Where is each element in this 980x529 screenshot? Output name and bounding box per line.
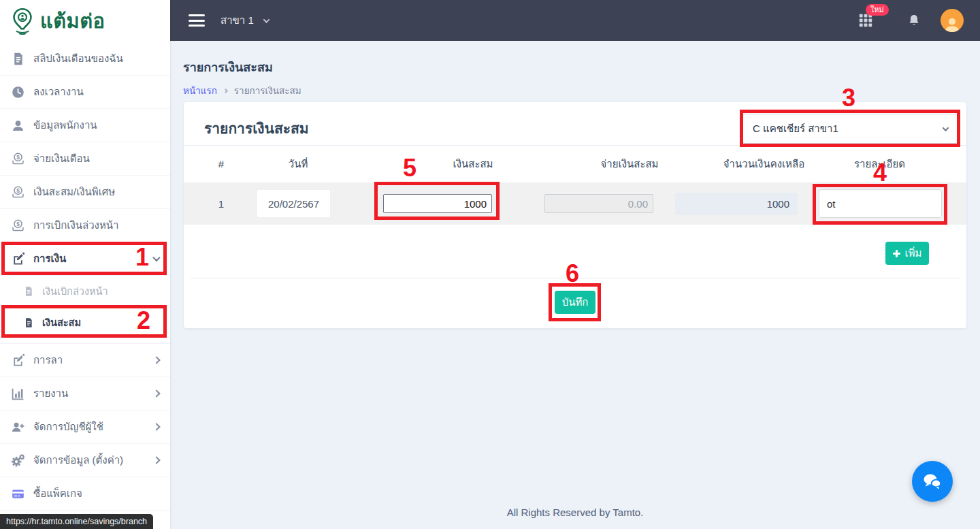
sidebar-item-label: การลา bbox=[33, 352, 63, 368]
pay-amount-input bbox=[544, 194, 653, 213]
chevron-right-icon bbox=[152, 423, 160, 430]
sidebar-nav: สลิปเงินเดือนของฉัน ลงเวลางาน ข้อมูลพนัก… bbox=[0, 42, 170, 511]
breadcrumb: หน้าแรก รายการเงินสะสม bbox=[183, 83, 301, 98]
date-input[interactable] bbox=[257, 190, 330, 217]
footer-copyright: All Rights Reserved by Tamto. bbox=[170, 507, 980, 518]
user-icon bbox=[11, 118, 25, 133]
sidebar-item-label: จ่ายเงินเดือน bbox=[33, 150, 90, 167]
col-header-balance: จำนวนเงินคงเหลือ bbox=[698, 145, 830, 182]
page-header: รายการเงินสะสม หน้าแรก รายการเงินสะสม bbox=[183, 57, 301, 98]
chevron-down-icon bbox=[943, 125, 949, 131]
chat-bubbles-icon bbox=[921, 470, 944, 492]
save-button-label: บันทึก bbox=[562, 294, 589, 310]
sidebar-item-label: เงินสะสม bbox=[42, 315, 81, 330]
app-screen: แต้มต่อ สลิปเงินเดือนของฉัน ลงเวลางาน ข้… bbox=[0, 0, 980, 529]
new-badge: ใหม่ bbox=[866, 4, 889, 16]
sidebar-item-label: เงินเบิกล่วงหน้า bbox=[42, 283, 108, 299]
page-title: รายการเงินสะสม bbox=[183, 57, 301, 77]
sidebar-item-buy-package[interactable]: ซื้อแพ็คเกจ bbox=[0, 477, 170, 511]
chevron-right-icon bbox=[152, 356, 160, 364]
coin-icon bbox=[11, 185, 25, 199]
employee-select[interactable]: C แคชเชียร์ สาขา1 bbox=[741, 114, 960, 144]
sidebar-item-leave[interactable]: การลา bbox=[0, 344, 170, 377]
main-content: รายการเงินสะสม หน้าแรก รายการเงินสะสม รา… bbox=[170, 41, 980, 529]
branch-selector[interactable]: สาขา 1 bbox=[220, 0, 269, 41]
sidebar-item-payroll[interactable]: จ่ายเงินเดือน bbox=[0, 142, 170, 176]
table-row: 1 1000 bbox=[184, 182, 966, 225]
chevron-right-icon bbox=[152, 456, 160, 464]
sidebar-item-label: สลิปเงินเดือนของฉัน bbox=[33, 50, 123, 67]
file-icon bbox=[23, 286, 34, 297]
employee-select-value: C แคชเชียร์ สาขา1 bbox=[753, 121, 838, 137]
sidebar-item-settings[interactable]: จัดการข้อมูล (ตั้งค่า) bbox=[0, 444, 170, 477]
sidebar-item-label: ข้อมูลพนักงาน bbox=[33, 117, 97, 133]
sidebar-item-reports[interactable]: รายงาน bbox=[0, 377, 170, 411]
breadcrumb-home-link[interactable]: หน้าแรก bbox=[183, 83, 217, 98]
avatar-person-icon bbox=[943, 16, 961, 32]
col-header-index: # bbox=[211, 145, 231, 182]
balance-cell: 1000 bbox=[675, 193, 798, 215]
sidebar-item-label: จัดการข้อมูล (ตั้งค่า) bbox=[33, 452, 123, 468]
sidebar-subitem-savings[interactable]: เงินสะสม bbox=[0, 307, 170, 338]
sidebar-item-user-accounts[interactable]: จัดการบัญชีผู้ใช้ bbox=[0, 411, 170, 444]
col-header-date: วันที่ bbox=[257, 145, 339, 182]
add-button[interactable]: เพิ่ม bbox=[885, 242, 929, 265]
savings-amount-input[interactable] bbox=[383, 194, 492, 213]
row-index: 1 bbox=[211, 182, 231, 225]
sidebar-item-label: ลงเวลางาน bbox=[33, 84, 84, 100]
sidebar-item-label: จัดการบัญชีผู้ใช้ bbox=[33, 419, 103, 435]
file-icon bbox=[11, 52, 25, 66]
chevron-right-icon bbox=[223, 88, 228, 93]
plus-icon bbox=[893, 250, 900, 257]
credit-card-icon bbox=[11, 487, 25, 501]
user-avatar[interactable] bbox=[941, 9, 964, 32]
divider bbox=[191, 278, 960, 278]
gear-icon bbox=[11, 453, 25, 468]
breadcrumb-current: รายการเงินสะสม bbox=[234, 83, 301, 98]
brand-name: แต้มต่อ bbox=[40, 5, 105, 37]
col-header-savings: เงินสะสม bbox=[408, 145, 538, 182]
edit-icon bbox=[11, 252, 25, 266]
menu-toggle-icon[interactable] bbox=[189, 14, 205, 27]
notifications-bell-icon[interactable] bbox=[907, 13, 921, 28]
sidebar-item-advance-withdrawal[interactable]: การเบิกเงินล่วงหน้า bbox=[0, 209, 170, 242]
sidebar-item-label: การเบิกเงินล่วงหน้า bbox=[33, 217, 119, 234]
topbar: สาขา 1 ใหม่ bbox=[170, 0, 980, 41]
clock-icon bbox=[11, 85, 25, 99]
sidebar-item-my-payslip[interactable]: สลิปเงินเดือนของฉัน bbox=[0, 42, 170, 76]
chevron-right-icon bbox=[152, 389, 160, 397]
brand-logo[interactable]: แต้มต่อ bbox=[0, 0, 170, 42]
detail-input[interactable] bbox=[819, 189, 942, 218]
save-button[interactable]: บันทึก bbox=[555, 291, 595, 314]
edit-icon bbox=[11, 353, 25, 368]
sidebar-item-label: ซื้อแพ็คเกจ bbox=[33, 485, 82, 502]
sidebar: แต้มต่อ สลิปเงินเดือนของฉัน ลงเวลางาน ข้… bbox=[0, 0, 170, 529]
coin-icon bbox=[11, 219, 25, 233]
col-header-pay: จ่ายเงินสะสม bbox=[565, 145, 694, 182]
card-title: รายการเงินสะสม bbox=[204, 117, 309, 140]
coin-icon bbox=[11, 152, 25, 166]
chevron-down-icon bbox=[152, 254, 160, 261]
sidebar-item-employee-data[interactable]: ข้อมูลพนักงาน bbox=[0, 109, 170, 142]
col-header-detail: รายละเอียด bbox=[817, 145, 943, 182]
branch-label: สาขา 1 bbox=[220, 12, 254, 29]
sidebar-item-savings-special[interactable]: เงินสะสม/เงินพิเศษ bbox=[0, 176, 170, 209]
nav-divider bbox=[0, 338, 170, 344]
chart-icon bbox=[11, 387, 25, 401]
add-button-label: เพิ่ม bbox=[905, 245, 922, 261]
sidebar-item-time-clock[interactable]: ลงเวลางาน bbox=[0, 76, 170, 109]
file-icon bbox=[23, 317, 34, 328]
sidebar-item-label: รายงาน bbox=[33, 385, 68, 402]
chevron-down-icon bbox=[263, 16, 270, 23]
sidebar-item-label: เงินสะสม/เงินพิเศษ bbox=[33, 184, 115, 200]
status-bar-url: https://hr.tamto.online/savings/branch bbox=[0, 514, 153, 529]
sidebar-item-finance[interactable]: การเงิน bbox=[0, 242, 170, 276]
sidebar-subitem-advance-money[interactable]: เงินเบิกล่วงหน้า bbox=[0, 276, 170, 307]
savings-card: รายการเงินสะสม C แคชเชียร์ สาขา1 # วันที… bbox=[184, 102, 966, 328]
brand-pin-icon bbox=[11, 7, 34, 35]
user-plus-icon bbox=[11, 420, 25, 434]
sidebar-item-label: การเงิน bbox=[33, 251, 66, 267]
chat-fab[interactable] bbox=[912, 461, 953, 502]
